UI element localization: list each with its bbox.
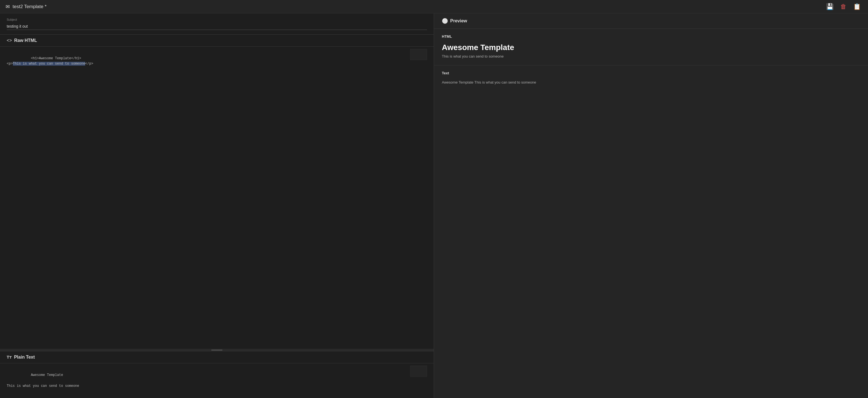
page-title: test2 Template * xyxy=(12,4,47,9)
html-line1: <h1>Awesome Template</h1> xyxy=(31,57,81,60)
handle-bar xyxy=(211,350,222,350)
raw-html-section: <> Raw HTML <h1>Awesome Template</h1> <p… xyxy=(0,35,434,349)
preview-html-label: HTML xyxy=(442,34,860,38)
plain-text-header: Tᴛ Plain Text xyxy=(0,351,434,363)
subject-label: Subject xyxy=(7,18,427,21)
preview-text-label: Text xyxy=(442,71,860,75)
preview-html-body: This is what you can send to someone xyxy=(442,54,860,58)
html-code: <h1>Awesome Template</h1> <p>This is wha… xyxy=(7,51,427,72)
plain-text-thumbnail xyxy=(410,366,427,377)
right-panel: ⚪ Preview HTML Awesome Template This is … xyxy=(434,13,868,398)
text-icon: Tᴛ xyxy=(7,355,12,360)
left-sections: <> Raw HTML <h1>Awesome Template</h1> <p… xyxy=(0,35,434,398)
plain-text-line1: Awesome Template xyxy=(31,373,63,377)
html-line2-prefix: <p> xyxy=(7,62,13,66)
raw-html-title: Raw HTML xyxy=(14,38,37,43)
raw-html-editor[interactable]: <h1>Awesome Template</h1> <p>This is wha… xyxy=(0,47,434,349)
code-icon: <> xyxy=(7,38,12,43)
preview-html-section: HTML Awesome Template This is what you c… xyxy=(434,29,868,65)
plain-text-section: Tᴛ Plain Text Awesome Template This is w… xyxy=(0,351,434,398)
plain-text-content: Awesome Template This is what you can se… xyxy=(7,367,427,394)
html-thumbnail xyxy=(410,49,427,60)
subject-area: Subject xyxy=(0,13,434,35)
html-line2-suffix: </p> xyxy=(85,62,93,66)
save-button[interactable]: 💾 xyxy=(825,2,835,11)
html-line2-highlighted: This is what you can send to someone xyxy=(13,62,85,66)
preview-header: ⚪ Preview xyxy=(434,13,868,29)
preview-text-section: Text Awesome Template This is what you c… xyxy=(434,65,868,92)
header-actions: 💾 🗑 📋 xyxy=(825,2,862,11)
delete-button[interactable]: 🗑 xyxy=(839,2,848,11)
main-content: Subject <> Raw HTML <h1>Awesome Template… xyxy=(0,13,868,398)
preview-title: Preview xyxy=(450,19,467,24)
plain-text-line2: This is what you can send to someone xyxy=(7,384,79,388)
globe-icon: ⚪ xyxy=(442,18,448,24)
plain-text-editor[interactable]: Awesome Template This is what you can se… xyxy=(0,363,434,398)
preview-text-content: Awesome Template This is what you can se… xyxy=(442,80,860,86)
raw-html-header: <> Raw HTML xyxy=(0,35,434,47)
header: ✉ test2 Template * 💾 🗑 📋 xyxy=(0,0,868,13)
plain-text-title: Plain Text xyxy=(14,355,35,360)
preview-html-heading: Awesome Template xyxy=(442,43,860,52)
email-icon: ✉ xyxy=(6,4,10,10)
header-left: ✉ test2 Template * xyxy=(6,4,47,10)
preview-content: HTML Awesome Template This is what you c… xyxy=(434,29,868,398)
subject-input[interactable] xyxy=(7,23,427,30)
template-button[interactable]: 📋 xyxy=(851,2,862,11)
left-panel: Subject <> Raw HTML <h1>Awesome Template… xyxy=(0,13,434,398)
vertical-resize-handle[interactable] xyxy=(0,349,434,351)
